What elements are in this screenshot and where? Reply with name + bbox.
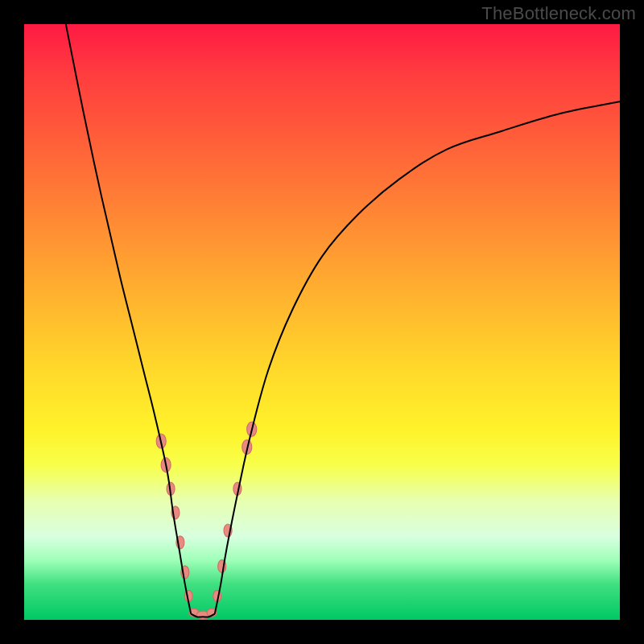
curve-left — [66, 24, 191, 614]
watermark-label: TheBottleneck.com — [481, 3, 636, 24]
curve-right — [215, 101, 620, 613]
chart-area — [24, 24, 620, 620]
marker-layer — [156, 422, 256, 619]
bottleneck-chart — [24, 24, 620, 620]
